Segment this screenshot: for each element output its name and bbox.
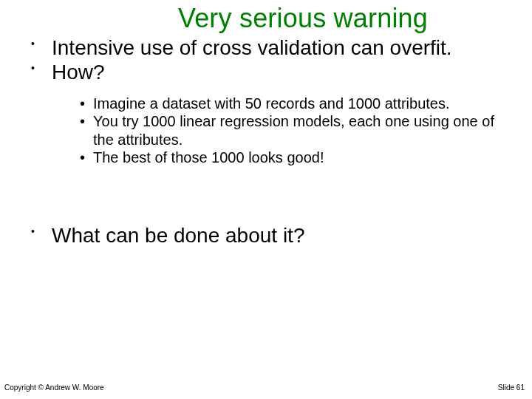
main-bullet-list-2: What can be done about it? xyxy=(0,223,532,248)
slide-title: Very serious warning xyxy=(0,0,532,34)
bullet-item: What can be done about it? xyxy=(22,223,517,248)
slide-number: Slide 61 xyxy=(498,383,525,392)
slide-footer: Copyright © Andrew W. Moore Slide 61 xyxy=(0,383,532,392)
copyright-text: Copyright © Andrew W. Moore xyxy=(4,383,104,392)
main-bullet-list: Intensive use of cross validation can ov… xyxy=(0,35,532,84)
bullet-item: How? xyxy=(22,60,517,84)
sub-bullet-item: You try 1000 linear regression models, e… xyxy=(80,112,510,149)
sub-bullet-list: Imagine a dataset with 50 records and 10… xyxy=(0,95,532,167)
sub-bullet-item: Imagine a dataset with 50 records and 10… xyxy=(80,95,510,112)
bullet-item: Intensive use of cross validation can ov… xyxy=(22,35,517,60)
sub-bullet-item: The best of those 1000 looks good! xyxy=(80,149,510,166)
